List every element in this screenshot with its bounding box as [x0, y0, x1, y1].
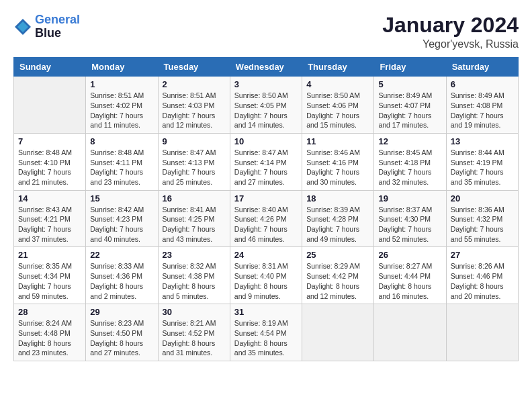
day-info: Sunrise: 8:42 AMSunset: 4:23 PMDaylight:… [90, 205, 153, 244]
day-info: Sunrise: 8:49 AMSunset: 4:07 PMDaylight:… [378, 91, 441, 130]
calendar-cell: 22Sunrise: 8:33 AMSunset: 4:36 PMDayligh… [86, 247, 158, 304]
day-info: Sunrise: 8:44 AMSunset: 4:19 PMDaylight:… [451, 148, 514, 187]
day-info: Sunrise: 8:48 AMSunset: 4:11 PMDaylight:… [90, 148, 153, 187]
day-number: 7 [18, 136, 81, 146]
header-cell: Thursday [302, 58, 374, 77]
day-info: Sunrise: 8:29 AMSunset: 4:42 PMDaylight:… [306, 261, 369, 301]
day-number: 24 [234, 250, 298, 260]
header-row: SundayMondayTuesdayWednesdayThursdayFrid… [14, 58, 519, 77]
calendar-cell: 27Sunrise: 8:26 AMSunset: 4:46 PMDayligh… [446, 247, 518, 304]
calendar-cell [302, 304, 374, 361]
calendar-cell: 3Sunrise: 8:50 AMSunset: 4:05 PMDaylight… [230, 77, 302, 134]
calendar-cell: 24Sunrise: 8:31 AMSunset: 4:40 PMDayligh… [230, 247, 302, 304]
calendar-week-row: 21Sunrise: 8:35 AMSunset: 4:34 PMDayligh… [14, 247, 519, 304]
calendar-cell: 21Sunrise: 8:35 AMSunset: 4:34 PMDayligh… [14, 247, 86, 304]
calendar-cell: 19Sunrise: 8:37 AMSunset: 4:30 PMDayligh… [374, 190, 446, 247]
day-info: Sunrise: 8:37 AMSunset: 4:30 PMDaylight:… [378, 205, 441, 244]
logo-icon [13, 17, 32, 36]
day-info: Sunrise: 8:31 AMSunset: 4:40 PMDaylight:… [234, 261, 298, 301]
calendar-cell: 31Sunrise: 8:19 AMSunset: 4:54 PMDayligh… [230, 304, 302, 361]
day-number: 11 [306, 136, 369, 146]
calendar-cell: 6Sunrise: 8:49 AMSunset: 4:08 PMDaylight… [446, 77, 518, 134]
day-number: 5 [378, 79, 441, 89]
day-number: 2 [163, 79, 226, 89]
day-info: Sunrise: 8:51 AMSunset: 4:03 PMDaylight:… [163, 91, 226, 130]
header-cell: Monday [86, 58, 158, 77]
calendar-cell: 13Sunrise: 8:44 AMSunset: 4:19 PMDayligh… [446, 133, 518, 190]
day-info: Sunrise: 8:41 AMSunset: 4:25 PMDaylight:… [163, 205, 226, 244]
day-info: Sunrise: 8:36 AMSunset: 4:32 PMDaylight:… [451, 205, 514, 244]
calendar-cell [446, 304, 518, 361]
logo-text: GeneralBlue [35, 13, 80, 40]
day-info: Sunrise: 8:35 AMSunset: 4:34 PMDaylight:… [18, 261, 81, 301]
logo: GeneralBlue [13, 13, 80, 40]
calendar-cell: 10Sunrise: 8:47 AMSunset: 4:14 PMDayligh… [230, 133, 302, 190]
calendar-cell: 17Sunrise: 8:40 AMSunset: 4:26 PMDayligh… [230, 190, 302, 247]
day-info: Sunrise: 8:21 AMSunset: 4:52 PMDaylight:… [163, 318, 226, 358]
header-cell: Friday [374, 58, 446, 77]
day-number: 4 [306, 79, 369, 89]
day-number: 27 [451, 250, 514, 260]
header-cell: Wednesday [230, 58, 302, 77]
day-number: 21 [18, 250, 81, 260]
day-number: 16 [163, 193, 226, 203]
day-info: Sunrise: 8:45 AMSunset: 4:18 PMDaylight:… [378, 148, 441, 187]
calendar-cell: 5Sunrise: 8:49 AMSunset: 4:07 PMDaylight… [374, 77, 446, 134]
day-info: Sunrise: 8:19 AMSunset: 4:54 PMDaylight:… [234, 318, 298, 358]
day-number: 28 [18, 307, 81, 317]
day-number: 30 [163, 307, 226, 317]
calendar-cell: 7Sunrise: 8:48 AMSunset: 4:10 PMDaylight… [14, 133, 86, 190]
calendar-cell [374, 304, 446, 361]
day-number: 14 [18, 193, 81, 203]
header-cell: Sunday [14, 58, 86, 77]
day-info: Sunrise: 8:47 AMSunset: 4:13 PMDaylight:… [163, 148, 226, 187]
calendar-cell: 2Sunrise: 8:51 AMSunset: 4:03 PMDaylight… [158, 77, 230, 134]
calendar-cell: 4Sunrise: 8:50 AMSunset: 4:06 PMDaylight… [302, 77, 374, 134]
day-info: Sunrise: 8:47 AMSunset: 4:14 PMDaylight:… [234, 148, 298, 187]
day-number: 12 [378, 136, 441, 146]
calendar-cell: 20Sunrise: 8:36 AMSunset: 4:32 PMDayligh… [446, 190, 518, 247]
day-number: 9 [163, 136, 226, 146]
calendar-week-row: 1Sunrise: 8:51 AMSunset: 4:02 PMDaylight… [14, 77, 519, 134]
day-number: 29 [90, 307, 153, 317]
calendar-cell: 29Sunrise: 8:23 AMSunset: 4:50 PMDayligh… [86, 304, 158, 361]
calendar-cell: 9Sunrise: 8:47 AMSunset: 4:13 PMDaylight… [158, 133, 230, 190]
calendar-cell: 28Sunrise: 8:24 AMSunset: 4:48 PMDayligh… [14, 304, 86, 361]
day-number: 23 [163, 250, 226, 260]
day-number: 15 [90, 193, 153, 203]
day-number: 17 [234, 193, 298, 203]
calendar-cell: 26Sunrise: 8:27 AMSunset: 4:44 PMDayligh… [374, 247, 446, 304]
day-info: Sunrise: 8:51 AMSunset: 4:02 PMDaylight:… [90, 91, 153, 130]
day-info: Sunrise: 8:50 AMSunset: 4:06 PMDaylight:… [306, 91, 369, 130]
calendar-week-row: 28Sunrise: 8:24 AMSunset: 4:48 PMDayligh… [14, 304, 519, 361]
calendar-table: SundayMondayTuesdayWednesdayThursdayFrid… [13, 57, 519, 361]
day-number: 25 [306, 250, 369, 260]
day-number: 26 [378, 250, 441, 260]
day-info: Sunrise: 8:27 AMSunset: 4:44 PMDaylight:… [378, 261, 441, 301]
page-header: GeneralBlue January 2024 Yegor'yevsk, Ru… [13, 13, 519, 50]
calendar-cell: 15Sunrise: 8:42 AMSunset: 4:23 PMDayligh… [86, 190, 158, 247]
day-info: Sunrise: 8:26 AMSunset: 4:46 PMDaylight:… [451, 261, 514, 301]
day-number: 31 [234, 307, 298, 317]
title-block: January 2024 Yegor'yevsk, Russia [382, 13, 519, 50]
day-info: Sunrise: 8:48 AMSunset: 4:10 PMDaylight:… [18, 148, 81, 187]
calendar-cell: 11Sunrise: 8:46 AMSunset: 4:16 PMDayligh… [302, 133, 374, 190]
calendar-week-row: 14Sunrise: 8:43 AMSunset: 4:21 PMDayligh… [14, 190, 519, 247]
day-info: Sunrise: 8:23 AMSunset: 4:50 PMDaylight:… [90, 318, 153, 358]
day-number: 10 [234, 136, 298, 146]
calendar-subtitle: Yegor'yevsk, Russia [382, 38, 519, 50]
calendar-cell: 14Sunrise: 8:43 AMSunset: 4:21 PMDayligh… [14, 190, 86, 247]
day-number: 19 [378, 193, 441, 203]
calendar-cell: 8Sunrise: 8:48 AMSunset: 4:11 PMDaylight… [86, 133, 158, 190]
calendar-cell: 1Sunrise: 8:51 AMSunset: 4:02 PMDaylight… [86, 77, 158, 134]
day-number: 8 [90, 136, 153, 146]
day-info: Sunrise: 8:49 AMSunset: 4:08 PMDaylight:… [451, 91, 514, 130]
calendar-cell: 16Sunrise: 8:41 AMSunset: 4:25 PMDayligh… [158, 190, 230, 247]
day-info: Sunrise: 8:43 AMSunset: 4:21 PMDaylight:… [18, 205, 81, 244]
calendar-cell: 25Sunrise: 8:29 AMSunset: 4:42 PMDayligh… [302, 247, 374, 304]
day-info: Sunrise: 8:40 AMSunset: 4:26 PMDaylight:… [234, 205, 298, 244]
day-number: 6 [451, 79, 514, 89]
calendar-cell: 23Sunrise: 8:32 AMSunset: 4:38 PMDayligh… [158, 247, 230, 304]
day-info: Sunrise: 8:33 AMSunset: 4:36 PMDaylight:… [90, 261, 153, 301]
day-info: Sunrise: 8:50 AMSunset: 4:05 PMDaylight:… [234, 91, 298, 130]
